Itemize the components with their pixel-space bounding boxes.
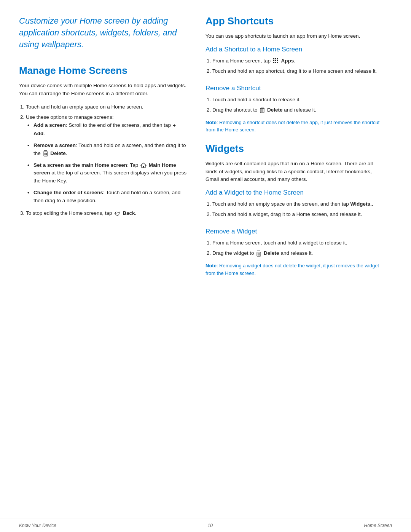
manage-bullet-add-screen: Add a screen: Scroll to the end of the s… — [27, 121, 186, 138]
remove-shortcut-heading: Remove a Shortcut — [206, 85, 384, 92]
remove-shortcut-step-2: Drag the shortcut to — [212, 106, 384, 114]
manage-step-3: To stop editing the Home screens, tap Ba… — [26, 209, 186, 217]
manage-home-screens-section: Manage Home Screens Your device comes wi… — [19, 65, 186, 217]
add-widget-steps: Touch and hold an empty space on the scr… — [206, 200, 384, 219]
svg-rect-15 — [275, 62, 276, 63]
manage-desc: Your device comes with multiple Home scr… — [19, 82, 186, 98]
remove-widget-heading: Remove a Widget — [206, 228, 384, 235]
widgets-section: Widgets Widgets are self-contained apps … — [206, 143, 384, 277]
remove-widget-note: Note: Removing a widget does not delete … — [206, 262, 384, 277]
manage-bullet-change-order: Change the order of screens: Touch and h… — [27, 189, 186, 205]
plus-icon: + — [173, 121, 176, 130]
add-shortcut-heading: Add a Shortcut to a Home Screen — [206, 46, 384, 53]
svg-rect-18 — [261, 107, 264, 107]
svg-rect-13 — [277, 60, 278, 61]
remove-shortcut-note: Note: Removing a shortcut does not delet… — [206, 119, 384, 134]
delete-icon-widget — [256, 251, 261, 257]
remove-widget-step-1: From a Home screen, touch and hold a wid… — [212, 239, 384, 247]
delete-icon-remove-screen — [43, 150, 48, 157]
remove-shortcut-steps: Touch and hold a shortcut to release it.… — [206, 96, 384, 114]
app-shortcuts-heading: App Shortcuts — [206, 15, 384, 27]
remove-widget-step-2: Drag the widget to — [212, 249, 384, 257]
manage-step-2: Use these options to manage screens: Add… — [26, 113, 186, 205]
footer: Know Your Device 10 Home Screen — [0, 519, 411, 532]
svg-rect-12 — [275, 60, 276, 61]
intro-text: Customize your Home screen by adding app… — [19, 15, 186, 50]
svg-rect-11 — [273, 60, 274, 61]
add-widget-section: Add a Widget to the Home Screen Touch an… — [206, 189, 384, 219]
remove-widget-section: Remove a Widget From a Home screen, touc… — [206, 228, 384, 277]
app-shortcuts-desc: You can use app shortcuts to launch an a… — [206, 32, 384, 40]
home-icon — [140, 162, 147, 168]
footer-right: Home Screen — [364, 523, 392, 528]
add-widget-step-1: Touch and hold an empty space on the scr… — [212, 200, 384, 208]
left-column: Customize your Home screen by adding app… — [19, 15, 186, 496]
manage-step-1: Touch and hold an empty space on a Home … — [26, 103, 186, 111]
page: Customize your Home screen by adding app… — [0, 0, 411, 532]
content-area: Customize your Home screen by adding app… — [0, 0, 411, 519]
remove-widget-steps: From a Home screen, touch and hold a wid… — [206, 239, 384, 257]
manage-bullet-remove-screen: Remove a screen: Touch and hold on a scr… — [27, 142, 186, 158]
delete-icon-shortcut — [260, 107, 265, 113]
manage-steps-list: Touch and hold an empty space on a Home … — [19, 103, 186, 217]
add-shortcut-step-2: Touch and hold an app shortcut, drag it … — [212, 67, 384, 75]
page-number: 10 — [208, 523, 213, 528]
manage-heading: Manage Home Screens — [19, 65, 186, 77]
widgets-heading: Widgets — [206, 143, 384, 155]
add-widget-heading: Add a Widget to the Home Screen — [206, 189, 384, 197]
svg-rect-24 — [257, 251, 260, 251]
svg-rect-14 — [273, 62, 274, 63]
add-shortcut-section: Add a Shortcut to a Home Screen From a H… — [206, 46, 384, 75]
manage-bullets: Add a screen: Scroll to the end of the s… — [26, 121, 186, 205]
svg-rect-9 — [275, 58, 276, 59]
svg-rect-1 — [44, 150, 47, 151]
add-widget-step-2: Touch and hold a widget, drag it to a Ho… — [212, 211, 384, 219]
add-shortcut-step-1: From a Home screen, tap — [212, 57, 384, 65]
back-icon — [114, 211, 120, 217]
svg-rect-7 — [143, 166, 144, 168]
remove-shortcut-section: Remove a Shortcut Touch and hold a short… — [206, 85, 384, 134]
apps-icon — [273, 58, 279, 64]
svg-rect-16 — [277, 62, 278, 63]
footer-left: Know Your Device — [19, 523, 56, 528]
widgets-desc: Widgets are self-contained apps that run… — [206, 160, 384, 184]
app-shortcuts-section: App Shortcuts You can use app shortcuts … — [206, 15, 384, 134]
right-column: App Shortcuts You can use app shortcuts … — [206, 15, 384, 496]
svg-rect-10 — [277, 58, 278, 59]
manage-bullet-main-screen: Set a screen as the main Home screen: Ta… — [27, 161, 186, 185]
svg-rect-8 — [273, 58, 274, 59]
add-shortcut-steps: From a Home screen, tap — [206, 57, 384, 75]
remove-shortcut-step-1: Touch and hold a shortcut to release it. — [212, 96, 384, 104]
